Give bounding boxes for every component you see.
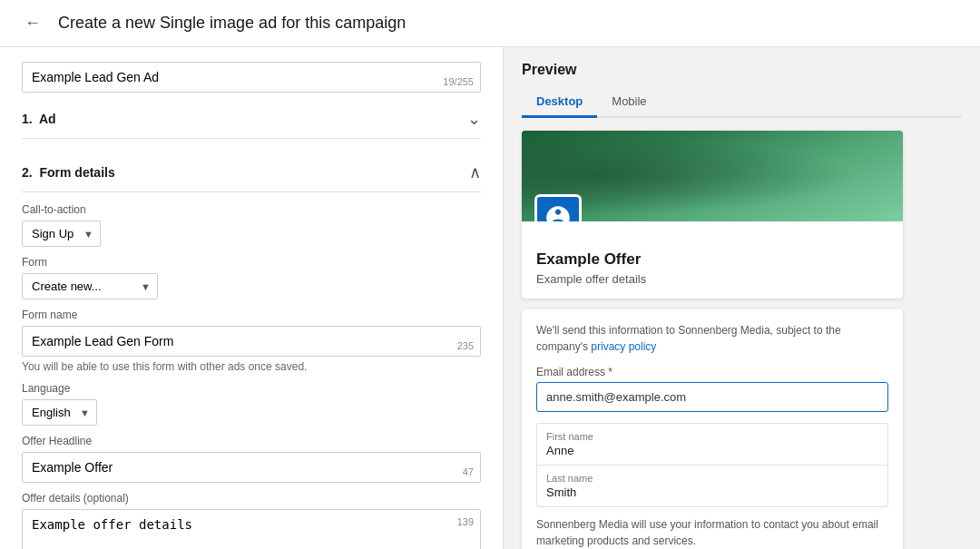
form-details-section: Call-to-action Sign Up ▼ Form Create new…	[22, 203, 481, 549]
offer-details-text: Example offer details	[536, 272, 888, 286]
back-button[interactable]: ←	[18, 9, 47, 38]
offer-headline-label: Offer Headline	[22, 435, 481, 447]
form-name-label: Form name	[22, 309, 481, 321]
last-name-row: Last name Smith	[537, 466, 887, 506]
cta-select-wrap: Sign Up ▼	[22, 221, 101, 247]
offer-headline-field: 47	[22, 452, 481, 483]
offer-details-field: 139	[22, 509, 481, 549]
language-select[interactable]: English	[22, 399, 97, 426]
privacy-note: We'll send this information to Sonnenber…	[536, 322, 888, 355]
offer-headline-char-count: 47	[463, 466, 474, 477]
section-ad-chevron-icon[interactable]: ⌄	[467, 109, 481, 129]
right-panel: Preview Desktop Mobile Example Offer	[504, 47, 980, 549]
ad-name-input[interactable]	[22, 62, 481, 93]
ad-name-field: 19/255	[22, 62, 481, 93]
language-label: Language	[22, 382, 481, 395]
first-name-row: First name Anne	[537, 424, 887, 466]
email-field: Email address *	[536, 366, 888, 412]
last-name-label: Last name	[546, 473, 878, 484]
preview-offer-card: Example Offer Example offer details	[522, 131, 903, 299]
preview-form-card: We'll send this information to Sonnenber…	[522, 309, 903, 549]
cta-select[interactable]: Sign Up	[22, 221, 101, 247]
form-name-field: 235	[22, 326, 481, 357]
offer-details-label: Offer details (optional)	[22, 492, 481, 505]
form-select[interactable]: Create new...	[22, 273, 158, 299]
section-form-chevron-icon[interactable]: ∧	[469, 162, 481, 182]
name-fields-group: First name Anne Last name Smith	[536, 423, 888, 507]
form-name-helper: You will be able to use this form with o…	[22, 360, 481, 373]
email-field-label: Email address *	[536, 366, 888, 378]
ad-name-char-count: 19/255	[443, 76, 474, 87]
section-ad-title: 1. Ad	[22, 112, 56, 126]
form-name-char-count: 235	[457, 340, 474, 351]
page-title: Create a new Single image ad for this ca…	[58, 14, 406, 33]
company-logo	[534, 194, 582, 221]
preview-hero-image	[522, 131, 903, 221]
offer-details-char-count: 139	[457, 516, 474, 549]
section-ad-header: 1. Ad ⌄	[22, 96, 481, 139]
logo-icon	[544, 203, 573, 221]
consent-text: Sonnenberg Media will use your informati…	[536, 516, 888, 549]
tab-desktop[interactable]: Desktop	[522, 89, 597, 118]
last-name-value: Smith	[546, 485, 878, 499]
email-input[interactable]	[536, 382, 888, 412]
preview-title: Preview	[522, 62, 962, 78]
privacy-policy-link[interactable]: privacy policy	[591, 340, 656, 353]
offer-headline-input[interactable]	[22, 452, 481, 483]
offer-title: Example Offer	[536, 250, 888, 269]
first-name-label: First name	[546, 431, 878, 442]
back-arrow-icon: ←	[24, 14, 41, 33]
tab-mobile[interactable]: Mobile	[597, 89, 661, 118]
form-select-wrap: Create new... ▼	[22, 273, 158, 299]
main-content: 19/255 1. Ad ⌄ 2. Form details ∧ Call-to…	[0, 47, 980, 549]
left-panel: 19/255 1. Ad ⌄ 2. Form details ∧ Call-to…	[0, 47, 504, 549]
form-name-input[interactable]	[22, 326, 481, 357]
top-bar: ← Create a new Single image ad for this …	[0, 0, 980, 47]
form-field-label: Form	[22, 256, 481, 269]
cta-label: Call-to-action	[22, 203, 481, 216]
section-form-header: 2. Form details ∧	[22, 150, 481, 192]
section-form-title: 2. Form details	[22, 165, 115, 180]
first-name-value: Anne	[546, 444, 878, 457]
preview-tabs: Desktop Mobile	[522, 89, 962, 118]
language-select-wrap: English ▼	[22, 399, 97, 426]
offer-details-textarea[interactable]	[22, 509, 481, 549]
offer-body: Example Offer Example offer details	[522, 221, 903, 299]
